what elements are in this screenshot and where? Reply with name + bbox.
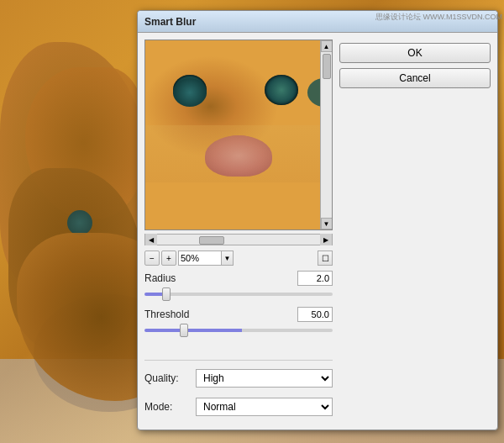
preview-image — [145, 40, 332, 229]
h-scroll-right-button[interactable]: ▶ — [320, 234, 332, 245]
h-scroll-thumb[interactable] — [199, 236, 224, 245]
quality-select[interactable]: Low Medium High — [196, 369, 333, 388]
scroll-up-button[interactable]: ▲ — [321, 40, 333, 52]
threshold-slider-container — [144, 324, 333, 336]
watermark: 思缘设计论坛 WWW.M1SSVDN.COM — [375, 12, 502, 23]
scroll-track — [321, 52, 332, 218]
preview-scrollbar[interactable]: ▲ ▼ — [320, 40, 332, 229]
radius-slider-container — [144, 288, 333, 300]
preview-image-container[interactable]: ▲ ▼ — [144, 40, 333, 230]
dialog-buttons: OK Cancel — [339, 43, 491, 88]
divider — [144, 360, 333, 361]
mode-label: Mode: — [144, 401, 191, 413]
threshold-value-input[interactable] — [297, 307, 333, 322]
h-scroll-track — [157, 235, 320, 245]
zoom-dropdown-button[interactable]: ▼ — [222, 251, 234, 266]
threshold-label: Threshold — [144, 309, 189, 320]
hand-tool-button[interactable]: ☐ — [318, 251, 333, 266]
zoom-in-button[interactable]: + — [161, 251, 176, 266]
mode-select[interactable]: Normal Edge Only Overlay Edge — [196, 398, 333, 416]
scroll-down-button[interactable]: ▼ — [321, 218, 333, 229]
zoom-select-container: 25% 50% 100% 200% ▼ — [178, 251, 234, 266]
h-scroll-left-button[interactable]: ◀ — [145, 234, 157, 245]
radius-row: Radius — [144, 271, 333, 286]
radius-value-input[interactable] — [297, 271, 333, 286]
smart-blur-dialog: Smart Blur ▲ — [137, 10, 498, 430]
sliders-section: Radius Threshold — [144, 271, 333, 343]
preview-panel: ▲ ▼ ◀ ▶ − + — [144, 40, 333, 423]
preview-toolbar: − + 25% 50% 100% 200% ▼ ☐ — [144, 249, 333, 267]
dialog-content: ▲ ▼ ◀ ▶ − + — [138, 33, 497, 430]
zoom-select[interactable]: 25% 50% 100% 200% — [178, 251, 222, 266]
radius-slider[interactable] — [144, 293, 333, 296]
scroll-thumb[interactable] — [323, 54, 331, 79]
quality-label: Quality: — [144, 372, 191, 384]
dialog-title: Smart Blur — [144, 16, 196, 28]
mode-row: Mode: Normal Edge Only Overlay Edge — [144, 398, 333, 416]
threshold-row: Threshold — [144, 307, 333, 322]
h-scrollbar[interactable]: ◀ ▶ — [144, 234, 333, 245]
controls-panel: OK Cancel — [339, 40, 491, 423]
ok-button[interactable]: OK — [339, 43, 491, 63]
quality-row: Quality: Low Medium High — [144, 369, 333, 388]
cancel-button[interactable]: Cancel — [339, 68, 491, 88]
radius-label: Radius — [144, 272, 176, 284]
zoom-out-button[interactable]: − — [144, 251, 160, 266]
threshold-slider[interactable] — [144, 329, 333, 332]
